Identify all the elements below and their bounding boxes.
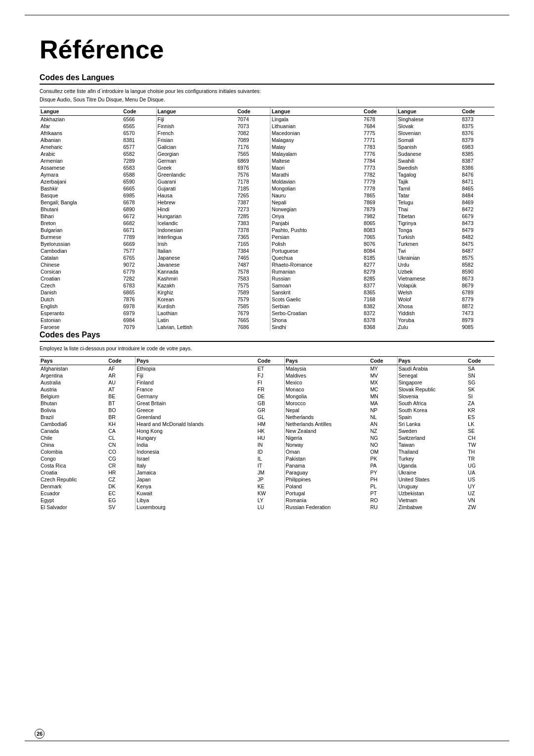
lang-code: 8386	[461, 164, 494, 171]
country-row: BelgiumBEGermanyDEMongoliaMNSloveniaSI	[40, 393, 494, 400]
lang-name: Malayalam	[270, 150, 363, 157]
lang-name: Korean	[156, 296, 236, 303]
country-code: MN	[369, 393, 398, 400]
lang-name: Swedish	[397, 164, 461, 171]
country-code: AN	[369, 421, 398, 427]
lang-name: Polish	[270, 240, 363, 247]
country-code: AU	[107, 379, 135, 386]
country-code: GL	[257, 414, 285, 421]
lang-code: 9085	[461, 324, 494, 331]
lang-name: Tatar	[397, 192, 461, 199]
country-name: United States	[397, 476, 467, 483]
country-code: SV	[107, 504, 135, 511]
country-name: Slovenia	[397, 393, 467, 400]
lang-name: Cambodian	[40, 247, 122, 254]
country-code: PT	[369, 490, 398, 497]
lang-code: 7387	[236, 199, 270, 206]
country-name: Norway	[284, 441, 369, 448]
country-name: South Africa	[397, 400, 467, 407]
lang-name: Japanese	[156, 254, 236, 261]
lang-code: 7686	[236, 324, 270, 331]
lang-code: 8472	[461, 206, 494, 213]
country-name: Thailand	[397, 448, 467, 455]
lang-code: 6789	[461, 289, 494, 296]
country-name: Romania	[284, 497, 369, 504]
language-row: Bihari6672Hungarian7285Oriya7982Tibetan6…	[40, 213, 494, 220]
lang-code: 7775	[363, 130, 397, 137]
lang-name: Javanese	[156, 261, 236, 268]
lang-code: 8381	[122, 137, 156, 143]
lang-name: Ukrainian	[397, 254, 461, 261]
lang-code: 7779	[363, 178, 397, 185]
country-name: Israel	[135, 455, 257, 462]
lang-code: 8385	[461, 150, 494, 157]
language-row: Albanian8381Frisian7089Malagasy7771Somal…	[40, 137, 494, 143]
lang-code: 7079	[122, 324, 156, 331]
country-name: Bolivia	[40, 407, 107, 414]
lang-code: 8679	[461, 282, 494, 289]
country-code: SE	[467, 427, 494, 434]
country-code: BE	[107, 393, 135, 400]
lang-code: 7074	[236, 116, 270, 123]
lang-code: 7384	[236, 247, 270, 254]
th-lang2: Langue	[156, 107, 236, 116]
lang-name: Lingala	[270, 116, 363, 123]
lang-name: Dutch	[40, 296, 122, 303]
country-code: PA	[369, 462, 398, 469]
language-row: Dutch7876Korean7579Scots Gaelic7168Wolof…	[40, 296, 494, 303]
lang-code: 6678	[122, 199, 156, 206]
lang-name: Icelandic	[156, 220, 236, 227]
lang-code: 8582	[461, 261, 494, 268]
lang-code: 6583	[122, 164, 156, 171]
th-lang3: Langue	[270, 107, 363, 116]
country-code: NO	[369, 441, 398, 448]
country-name: New Zealand	[284, 427, 369, 434]
lang-code: 7982	[363, 213, 397, 220]
lang-code: 7579	[236, 296, 270, 303]
country-row: CongoCGIsraelILPakistanPKTurkeyTR	[40, 455, 494, 462]
country-code: ES	[467, 414, 494, 421]
country-name: Pakistan	[284, 455, 369, 462]
country-row: BrazilBRGreenlandGLNetherlandsNLSpainES	[40, 414, 494, 421]
lang-name: Nepali	[270, 199, 363, 206]
section2-desc: Employez la liste ci-dessous pour introd…	[40, 345, 494, 352]
lang-code: 8465	[461, 185, 494, 192]
country-code: MX	[369, 379, 398, 386]
lang-name: Persian	[270, 234, 363, 240]
border-bottom	[25, 741, 509, 741]
lang-code: 7073	[236, 123, 270, 130]
lang-name: Moldavian	[270, 178, 363, 185]
lang-code: 6570	[122, 130, 156, 137]
lang-name: English	[40, 303, 122, 310]
country-name: Portugal	[284, 490, 369, 497]
lang-code: 8365	[363, 289, 397, 296]
language-row: Burmese7789Interlingua7365Persian7065Tur…	[40, 234, 494, 240]
country-code: PL	[369, 483, 398, 490]
lang-code: 8285	[363, 275, 397, 282]
country-name: Hong Kong	[135, 427, 257, 434]
lang-name: Breton	[40, 220, 122, 227]
country-name: Netherlands	[284, 414, 369, 421]
lang-code: 8185	[363, 254, 397, 261]
main-title: Référence	[40, 35, 494, 64]
country-code: FJ	[257, 372, 285, 379]
country-code: JP	[257, 476, 285, 483]
country-code: KR	[467, 407, 494, 414]
country-code: PH	[369, 476, 398, 483]
country-code: UG	[467, 462, 494, 469]
country-name: Uzbekistan	[397, 490, 467, 497]
country-name: Sri Lanka	[397, 421, 467, 427]
country-code: JM	[257, 469, 285, 476]
country-code: IT	[257, 462, 285, 469]
lang-code: 6979	[122, 310, 156, 317]
lang-code: 8872	[461, 303, 494, 310]
country-name: France	[135, 386, 257, 393]
country-row: BhutanBTGreat BritainGBMoroccoMASouth Af…	[40, 400, 494, 407]
country-name: Morocco	[284, 400, 369, 407]
th-pays4: Pays	[397, 357, 467, 365]
country-name: Turkey	[397, 455, 467, 462]
country-name: Greenland	[135, 414, 257, 421]
language-row: Basque6985Hausa7265Nauru7865Tatar8484	[40, 192, 494, 199]
lang-name: Norwegian	[270, 206, 363, 213]
lang-name: Kurdish	[156, 303, 236, 310]
